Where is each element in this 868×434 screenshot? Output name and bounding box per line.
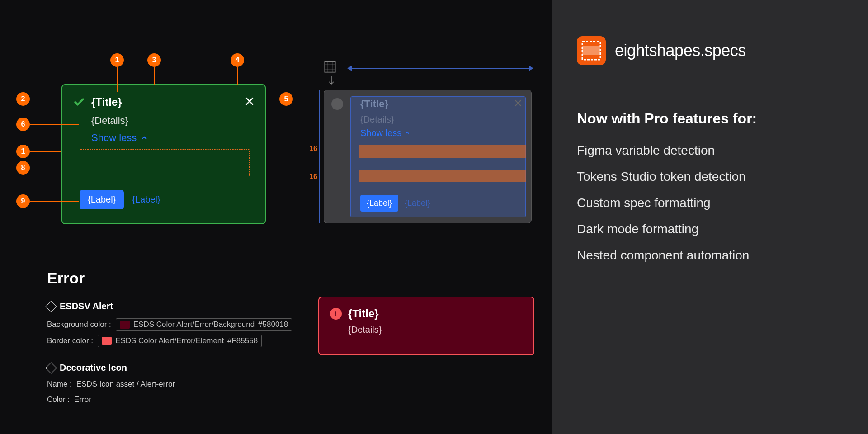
alert-actions: {Label} {Label} xyxy=(80,190,160,209)
alert-title-dim: {Title} xyxy=(360,98,388,110)
diamond-icon xyxy=(45,362,57,373)
alert-error-icon xyxy=(330,308,342,320)
alert-header-row: {Title} xyxy=(73,96,254,108)
chevron-up-icon xyxy=(404,130,410,136)
close-icon-dim xyxy=(513,98,523,108)
spec-subhead: Decorative Icon xyxy=(47,363,127,373)
promo-item: Figma variable detection xyxy=(577,143,843,158)
spec-key: Color : xyxy=(47,395,70,404)
spec-key: Background color : xyxy=(47,320,111,329)
show-less-label: Show less xyxy=(91,132,137,144)
spec-value: ESDS Icon asset / Alert-error xyxy=(76,380,175,389)
alert-details: {Details} xyxy=(91,115,254,127)
spec-row-background: Background color : ESDS Color Alert/Erro… xyxy=(47,318,292,331)
brand-icon xyxy=(577,36,606,65)
color-swatch xyxy=(120,321,130,329)
svg-rect-2 xyxy=(325,61,335,72)
promo-item: Dark mode formatting xyxy=(577,222,843,236)
alert-error: {Title} {Details} xyxy=(318,297,534,355)
alert-details-dim: {Details} xyxy=(360,114,394,125)
callout-leader xyxy=(237,67,238,85)
token-name: ESDS Color Alert/Error/Element xyxy=(115,336,224,345)
callout-badge: 6 xyxy=(16,118,30,131)
diamond-icon xyxy=(45,301,57,312)
subhead-label: Decorative Icon xyxy=(60,363,127,373)
callout-badge: 2 xyxy=(16,92,30,106)
callout-leader xyxy=(30,168,79,168)
spacing-indicator xyxy=(359,145,526,158)
alert-anatomy: {Title} {Details} Show less {Label} {Lab… xyxy=(324,90,532,223)
spec-key: Border color : xyxy=(47,336,93,345)
callout-badge: 8 xyxy=(16,161,30,175)
callout-badge: 4 xyxy=(231,53,244,67)
brand-header: eightshapes.specs xyxy=(577,36,843,65)
promo-heading: Now with Pro features for: xyxy=(577,110,843,127)
promo-item: Nested component automation xyxy=(577,248,843,263)
promo-item: Custom spec formatting xyxy=(577,196,843,210)
color-swatch xyxy=(102,337,112,345)
promo-item: Tokens Studio token detection xyxy=(577,170,843,184)
callout-badge: 5 xyxy=(279,92,293,106)
spacing-value: 16 xyxy=(309,145,317,153)
alert-title: {Title} xyxy=(91,96,122,108)
spacing-grid-icon xyxy=(324,61,336,73)
alert-actions-dim: {Label} {Label} xyxy=(360,195,430,212)
spec-subhead: ESDSV Alert xyxy=(47,301,113,311)
token-hex: #580018 xyxy=(258,320,288,329)
token-name: ESDS Color Alert/Error/Background xyxy=(133,320,255,329)
spec-key: Name : xyxy=(47,380,72,389)
callout-leader xyxy=(258,99,279,99)
show-less-dim: Show less xyxy=(360,128,410,138)
subhead-label: ESDSV Alert xyxy=(60,301,113,311)
spec-row-name: Name : ESDS Icon asset / Alert-error xyxy=(47,380,175,389)
brand-title: eightshapes.specs xyxy=(615,41,746,60)
arrow-down-icon xyxy=(328,75,335,87)
callout-leader xyxy=(30,151,61,152)
callout-badge: 1 xyxy=(110,53,124,67)
callout-badge: 1 xyxy=(16,145,30,158)
svg-rect-1 xyxy=(582,46,600,55)
error-heading: Error xyxy=(47,269,85,287)
check-icon xyxy=(73,96,85,108)
secondary-button-dim: {Label} xyxy=(405,198,430,208)
show-less-label-dim: Show less xyxy=(360,128,401,138)
spacing-value: 16 xyxy=(309,173,317,181)
alert-title: {Title} xyxy=(348,307,379,320)
chevron-up-icon xyxy=(140,134,148,142)
secondary-button[interactable]: {Label} xyxy=(132,194,160,205)
width-measure-arrow xyxy=(348,68,533,69)
promo-feature-list: Figma variable detection Tokens Studio t… xyxy=(577,143,843,263)
promo-panel: eightshapes.specs Now with Pro features … xyxy=(552,0,868,434)
token-hex: #F85558 xyxy=(227,336,258,345)
spec-row-color: Color : Error xyxy=(47,395,91,404)
vertical-ruler xyxy=(319,90,320,223)
spec-value: Error xyxy=(74,395,91,404)
callout-leader xyxy=(30,124,79,125)
spacing-indicator xyxy=(359,170,526,182)
primary-button[interactable]: {Label} xyxy=(80,190,124,209)
callout-badge: 3 xyxy=(147,53,161,67)
show-less-toggle[interactable]: Show less xyxy=(91,132,254,144)
info-icon xyxy=(331,98,343,110)
primary-button-dim: {Label} xyxy=(360,195,398,212)
content-slot-placeholder xyxy=(80,149,250,176)
callout-leader xyxy=(117,67,118,92)
token-chip: ESDS Color Alert/Error/Element #F85558 xyxy=(98,335,262,347)
callout-badge: 9 xyxy=(16,194,30,208)
close-icon[interactable] xyxy=(244,96,255,107)
token-chip: ESDS Color Alert/Error/Background #58001… xyxy=(116,318,292,331)
alert-header-row: {Title} xyxy=(330,307,523,320)
callout-leader xyxy=(30,201,79,202)
alert-details: {Details} xyxy=(348,325,523,335)
callout-leader xyxy=(154,67,155,85)
callout-leader xyxy=(30,99,67,99)
spec-row-border: Border color : ESDS Color Alert/Error/El… xyxy=(47,335,262,347)
